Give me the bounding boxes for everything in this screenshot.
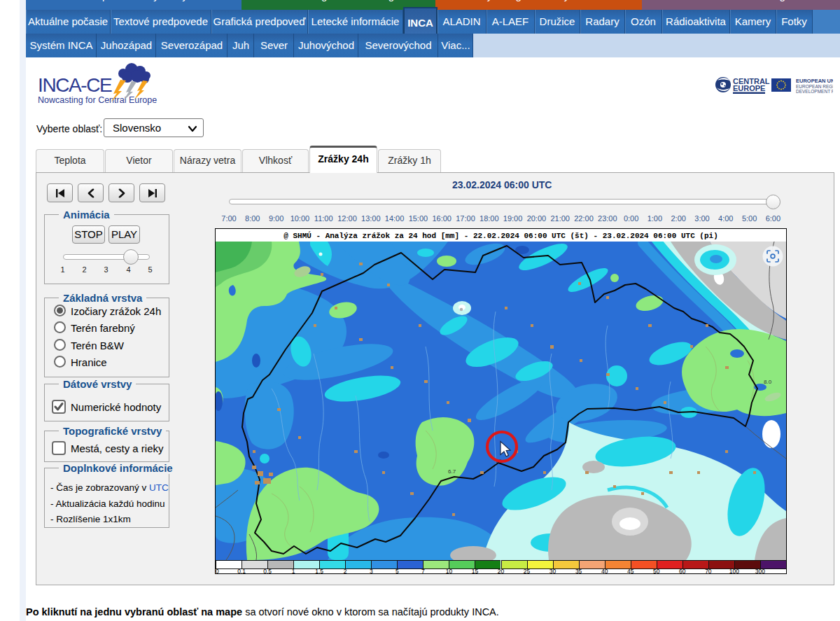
svg-text:EUROPE: EUROPE xyxy=(733,84,765,92)
svg-text:EUROPEAN REGIONAL: EUROPEAN REGIONAL xyxy=(796,84,833,89)
svg-text:6.7: 6.7 xyxy=(448,468,456,475)
svg-text:DEVELOPMENT FUND: DEVELOPMENT FUND xyxy=(796,89,833,94)
svg-text:8.0: 8.0 xyxy=(764,379,772,385)
